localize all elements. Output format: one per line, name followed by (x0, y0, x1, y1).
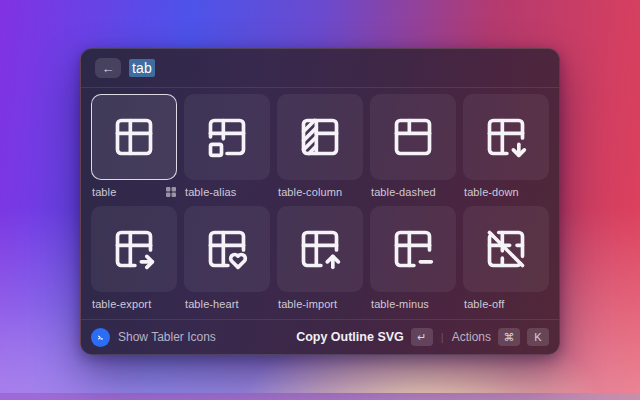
icon-label-row: table-heart (184, 297, 270, 310)
icon-label-row: table-minus (370, 297, 456, 310)
table-down-icon[interactable] (463, 94, 549, 180)
icon-cell-table-dashed[interactable]: table-dashed (370, 94, 456, 198)
search-bar: ← tab (81, 49, 559, 88)
footer-bar: Show Tabler Icons Copy Outline SVG ↵ | A… (81, 319, 559, 354)
table-import-icon[interactable] (277, 206, 363, 292)
icon-label: table-down (464, 186, 519, 198)
actions-button[interactable]: Actions (452, 330, 491, 344)
icon-label-row: table-alias (184, 185, 270, 198)
k-key-badge: K (527, 328, 549, 346)
icon-cell-table-export[interactable]: table-export (91, 206, 177, 310)
desktop-bottom-strip (0, 393, 640, 400)
table-export-icon[interactable] (91, 206, 177, 292)
raycast-window: ← tab tabletable-aliastable-columntable-… (80, 48, 560, 355)
back-button[interactable]: ← (95, 58, 121, 78)
icon-label-row: table-export (91, 297, 177, 310)
search-input[interactable]: tab (129, 59, 155, 77)
icon-label: table-minus (371, 298, 429, 310)
icon-label: table-alias (185, 186, 236, 198)
icon-grid: tabletable-aliastable-columntable-dashed… (81, 88, 559, 319)
icon-label-row: table-off (463, 297, 549, 310)
cmd-key-badge: ⌘ (498, 328, 520, 346)
footer-divider: | (440, 331, 445, 343)
icon-label: table-export (92, 298, 151, 310)
icon-cell-table-column[interactable]: table-column (277, 94, 363, 198)
icon-cell-table-heart[interactable]: table-heart (184, 206, 270, 310)
icon-label: table-off (464, 298, 504, 310)
icon-label-row: table-import (277, 297, 363, 310)
table-heart-icon[interactable] (184, 206, 270, 292)
icon-cell-table-down[interactable]: table-down (463, 94, 549, 198)
back-arrow-icon: ← (102, 62, 115, 75)
icon-label-row: table (91, 185, 177, 198)
table-dashed-icon[interactable] (370, 94, 456, 180)
icon-label-row: table-down (463, 185, 549, 198)
table-column-icon[interactable] (277, 94, 363, 180)
return-key-badge: ↵ (411, 328, 433, 346)
icon-label: table-dashed (371, 186, 436, 198)
table-minus-icon[interactable] (370, 206, 456, 292)
icon-label: table-column (278, 186, 342, 198)
tabler-logo-icon (91, 328, 110, 347)
table-off-icon[interactable] (463, 206, 549, 292)
icon-cell-table-import[interactable]: table-import (277, 206, 363, 310)
table-icon[interactable] (91, 94, 177, 180)
primary-action-button[interactable]: Copy Outline SVG (296, 330, 404, 344)
grid-view-badge-icon (166, 187, 176, 197)
icon-cell-table[interactable]: table (91, 94, 177, 198)
icon-label: table-import (278, 298, 337, 310)
icon-cell-table-minus[interactable]: table-minus (370, 206, 456, 310)
app-label: Show Tabler Icons (118, 330, 216, 344)
footer-actions: Copy Outline SVG ↵ | Actions ⌘ K (296, 328, 549, 346)
icon-cell-table-off[interactable]: table-off (463, 206, 549, 310)
icon-cell-table-alias[interactable]: table-alias (184, 94, 270, 198)
table-alias-icon[interactable] (184, 94, 270, 180)
icon-label-row: table-dashed (370, 185, 456, 198)
icon-label: table-heart (185, 298, 239, 310)
icon-label-row: table-column (277, 185, 363, 198)
icon-label: table (92, 186, 116, 198)
